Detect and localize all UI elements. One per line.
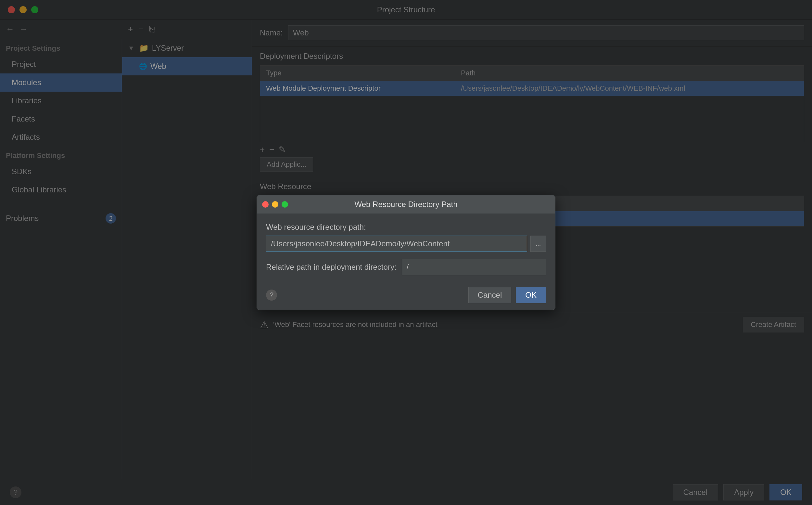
modal-titlebar: Web Resource Directory Path (257, 195, 555, 213)
modal-browse-btn[interactable]: ... (530, 235, 546, 252)
modal-close-button[interactable] (262, 201, 269, 208)
modal-tb-buttons (262, 201, 288, 208)
modal-input-row: ... (266, 235, 546, 252)
modal-overlay: Web Resource Directory Path Web resource… (0, 0, 812, 505)
modal-relative-label: Relative path in deployment directory: (266, 263, 396, 272)
modal-dialog: Web Resource Directory Path Web resource… (257, 195, 555, 310)
modal-title: Web Resource Directory Path (354, 200, 457, 209)
modal-cancel-btn[interactable]: Cancel (468, 287, 512, 303)
modal-help-btn[interactable]: ? (266, 290, 277, 301)
modal-relative-input[interactable] (402, 259, 546, 275)
modal-path-input[interactable] (266, 235, 527, 252)
modal-ok-btn[interactable]: OK (516, 287, 546, 303)
modal-footer: ? Cancel OK (266, 284, 546, 303)
modal-min-button[interactable] (272, 201, 278, 208)
modal-path-label: Web resource directory path: (266, 222, 546, 232)
modal-body: Web resource directory path: ... Relativ… (257, 213, 555, 310)
modal-relative-row: Relative path in deployment directory: (266, 259, 546, 275)
modal-max-button[interactable] (282, 201, 288, 208)
